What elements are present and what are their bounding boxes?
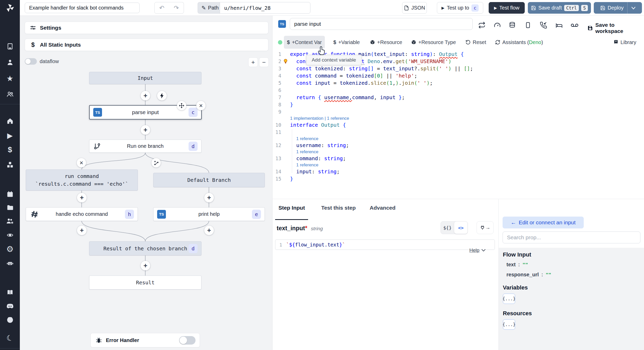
code-line[interactable]: 3 const tokenized: string[] = text_input… — [273, 65, 644, 72]
expression-editor[interactable]: 1 `${flow_input.text}` — [275, 240, 495, 250]
sidebar-item-workers[interactable] — [6, 217, 14, 225]
phone-incoming-icon[interactable] — [540, 21, 547, 29]
sidebar-item-discord[interactable] — [6, 302, 14, 310]
code-line[interactable]: 4 const command = tokenized[0] || 'help'… — [273, 72, 644, 79]
tab-step-input[interactable]: Step Input — [278, 205, 305, 211]
flow-node-input[interactable]: Input — [89, 72, 201, 84]
code-line[interactable]: 14 input: string; — [273, 168, 644, 175]
code-line[interactable]: 11 — [273, 129, 644, 136]
code-line[interactable]: 9 — [273, 108, 644, 115]
add-step-button[interactable]: + — [141, 125, 150, 135]
add-step-button[interactable]: + — [141, 261, 150, 270]
gauge-icon[interactable] — [494, 21, 501, 29]
lightbulb-icon[interactable] — [283, 58, 288, 64]
test-flow-button[interactable]: ▶ Test flow — [489, 2, 525, 14]
add-variable-button[interactable]: $ +Variable — [330, 36, 363, 49]
edit-or-connect-button[interactable]: ← Edit or connect an input — [503, 217, 584, 228]
json-button[interactable]: JSON — [402, 2, 427, 14]
deploy-button[interactable]: Deploy — [594, 2, 642, 14]
flow-node-branch-result[interactable]: Result of the chosen branch d — [89, 241, 201, 255]
error-handler-toggle[interactable] — [179, 336, 196, 345]
sidebar-item-variables[interactable]: $ — [6, 146, 14, 154]
add-branch-button[interactable] — [151, 158, 161, 167]
voicemail-icon[interactable] — [571, 22, 579, 28]
sidebar-item-workspace[interactable] — [6, 42, 14, 50]
code-line[interactable]: 7 return { username,command, input }; — [273, 94, 644, 101]
flow-title-input[interactable] — [25, 3, 140, 13]
code-line[interactable]: 8} — [273, 101, 644, 108]
library-button[interactable]: Library — [610, 36, 639, 49]
move-step-button[interactable] — [177, 101, 186, 110]
code-line[interactable]: 15} — [273, 175, 644, 182]
add-resource-type-button[interactable]: +Resource Type — [408, 36, 459, 49]
sidebar-item-settings[interactable]: ⚙ — [6, 245, 14, 253]
remove-branch-button[interactable]: ✕ — [77, 158, 86, 167]
trigger-button[interactable] — [157, 91, 167, 100]
flow-node-handle-echo[interactable]: handle echo command h — [26, 207, 138, 221]
add-step-button[interactable]: + — [141, 91, 150, 100]
sidebar-item-home[interactable] — [6, 117, 14, 125]
add-step-button[interactable]: + — [77, 226, 87, 235]
assistants-button[interactable]: Assistants (Deno) — [492, 36, 546, 49]
sidebar-item-runs[interactable]: ▶ — [6, 131, 14, 140]
repeat-icon[interactable] — [478, 21, 486, 29]
mobile-icon[interactable] — [524, 21, 531, 29]
redo-button[interactable]: ↷ — [169, 2, 184, 14]
template-mode-button[interactable]: ${} — [441, 221, 454, 234]
bed-icon[interactable] — [555, 22, 563, 29]
sidebar-item-schedules[interactable] — [6, 190, 14, 198]
tab-advanced[interactable]: Advanced — [370, 205, 395, 211]
code-line[interactable]: 5 const input = tokenized.slice(1,).join… — [273, 79, 644, 87]
code-line[interactable]: 6 — [273, 87, 644, 94]
help-link[interactable]: Help — [469, 247, 486, 253]
sidebar-item-favorites[interactable]: ★ — [6, 74, 14, 82]
codelens[interactable]: 1 implementation | 1 reference — [273, 115, 644, 121]
prop-row-response-url[interactable]: response_url : "" — [503, 272, 640, 278]
reset-button[interactable]: Reset — [462, 36, 489, 49]
delete-step-button[interactable]: ✕ — [196, 101, 206, 110]
add-step-button[interactable]: + — [204, 226, 214, 235]
code-editor[interactable]: 1export async function main(text_input: … — [273, 50, 644, 182]
code-mode-button[interactable]: <> — [454, 221, 468, 234]
flow-node-run-one-branch[interactable]: Run one branch d — [89, 140, 201, 153]
flow-node-default-branch[interactable]: Default Branch — [153, 173, 265, 187]
undo-button[interactable]: ↶ — [154, 2, 169, 14]
connect-input-button[interactable]: → — [477, 221, 494, 234]
code-line[interactable]: 12 username: string; — [273, 142, 644, 149]
add-step-button[interactable]: + — [204, 193, 214, 202]
sidebar-item-user[interactable] — [6, 58, 14, 66]
sidebar-item-resources[interactable] — [6, 161, 14, 169]
add-resource-button[interactable]: +Resource — [367, 36, 405, 49]
flow-node-print-help[interactable]: TS print help e — [153, 207, 265, 221]
resources-object-chip[interactable]: {...} — [503, 319, 515, 330]
save-to-workspace-button[interactable]: Save to workspace — [587, 22, 644, 34]
search-prop-input[interactable] — [503, 232, 640, 243]
sidebar-item-folders[interactable] — [6, 203, 14, 212]
sidebar-item-groups[interactable] — [6, 90, 14, 98]
codelens[interactable]: 1 reference — [273, 149, 644, 155]
code-line[interactable]: 10interface Output { — [273, 121, 644, 129]
codelens[interactable]: 1 reference — [273, 162, 644, 168]
windmill-logo[interactable] — [0, 0, 20, 16]
flow-node-branch-condition[interactable]: run command `results.c.command === 'echo… — [26, 169, 138, 191]
error-handler-row[interactable]: Error Handler — [90, 333, 200, 347]
add-step-button[interactable]: + — [77, 193, 87, 202]
database-icon[interactable] — [509, 21, 516, 29]
sidebar-item-ai[interactable] — [6, 259, 14, 267]
save-draft-button[interactable]: Save draft Ctrl S — [528, 2, 591, 14]
tab-test-this-step[interactable]: Test this step — [321, 205, 356, 211]
variables-object-chip[interactable]: {...} — [503, 294, 515, 304]
deploy-dropdown-button[interactable] — [628, 6, 639, 10]
step-name-input[interactable] — [290, 18, 473, 30]
codelens[interactable]: 1 reference — [273, 136, 644, 142]
flow-node-result[interactable]: Result — [89, 276, 201, 289]
prop-row-text[interactable]: text : "" — [503, 262, 640, 268]
test-up-to-button[interactable]: ▶ Test up to c — [437, 2, 483, 14]
variables-title: Variables — [503, 284, 640, 291]
sidebar-item-docs[interactable] — [6, 288, 14, 296]
sidebar-item-dark-mode[interactable]: ☾ — [6, 334, 14, 342]
code-line[interactable]: 13 command: string; — [273, 155, 644, 162]
sidebar-item-audit-logs[interactable] — [6, 231, 14, 239]
path-input[interactable] — [220, 2, 310, 14]
sidebar-item-github[interactable] — [6, 315, 14, 324]
